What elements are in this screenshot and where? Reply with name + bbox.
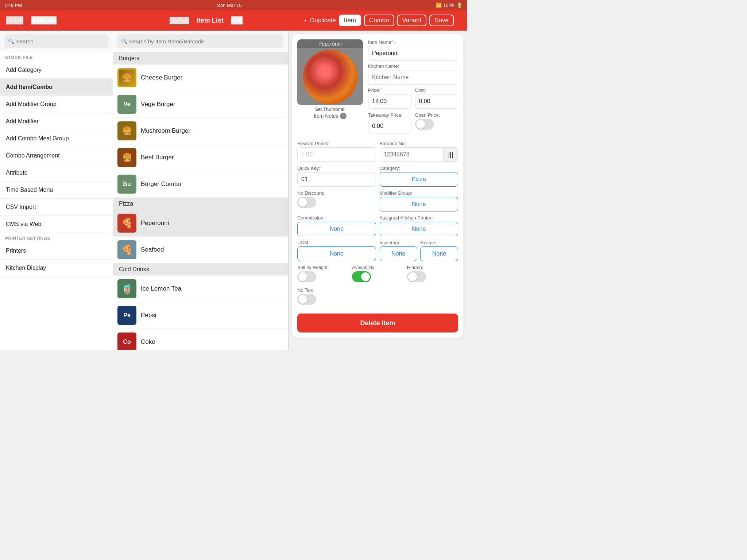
sidebar-item-printers[interactable]: Printers	[0, 242, 113, 260]
barcode-field-group: Barcode No: |||	[380, 141, 458, 162]
commission-button[interactable]: None	[297, 222, 376, 236]
settings-button[interactable]: Settings	[31, 16, 57, 25]
item-notes-row: Item Notes i	[314, 113, 347, 119]
price-cost-row: Price: Cost:	[368, 88, 458, 109]
save-button[interactable]: Save	[429, 15, 454, 26]
printer-settings-label: PRINTER SETTINGS	[0, 233, 113, 242]
list-item-cheese-burger[interactable]: 🍔 Cheese Burger	[113, 65, 288, 91]
list-item-seafood[interactable]: 🍕 Seafood	[113, 237, 288, 263]
availability-toggle[interactable]	[352, 271, 371, 282]
sidebar-item-add-item-combo[interactable]: Add Item/Combo	[0, 79, 113, 96]
cost-input[interactable]	[415, 94, 458, 109]
sidebar-item-add-combo-meal-group[interactable]: Add Combo Meal Group	[0, 130, 113, 147]
item-name-field-group: Item Name* :	[368, 39, 458, 61]
sidebar-item-add-modifier-group[interactable]: Add Modifier Group	[0, 96, 113, 113]
barcode-scan-button[interactable]: |||	[444, 147, 458, 162]
open-price-toggle[interactable]	[415, 119, 434, 130]
quick-key-input[interactable]	[297, 172, 376, 187]
inventory-button[interactable]: None	[380, 246, 418, 261]
commission-label: Commission:	[297, 215, 376, 221]
price-input[interactable]	[368, 94, 411, 109]
takeaway-price-field-group: Takeaway Price:	[368, 112, 411, 133]
detail-form-right: Item Name* : Kitchen Name: Price: Cost:	[368, 39, 458, 137]
list-item-ice-lemon-tea[interactable]: 🧋 Ice Lemon Tea	[113, 276, 288, 302]
category-button[interactable]: Pizza	[380, 172, 458, 187]
sidebar-item-kitchen-display[interactable]: Kitchen Display	[0, 260, 113, 277]
takeaway-price-input[interactable]	[368, 119, 411, 133]
status-date: Mon Mar 16	[216, 3, 241, 8]
item-name-input[interactable]	[368, 46, 458, 61]
list-item-beef-burger[interactable]: 🍔 Beef Burger	[113, 144, 288, 171]
sidebar-item-add-modifier[interactable]: Add Modifier	[0, 113, 113, 130]
barcode-input[interactable]	[380, 147, 444, 162]
item-list-search-input[interactable]	[117, 34, 283, 48]
add-button[interactable]: +	[303, 17, 307, 24]
modifier-group-label: Modifier Group:	[380, 190, 458, 196]
hidden-toggle[interactable]	[407, 271, 426, 282]
kitchen-name-input[interactable]	[368, 70, 458, 85]
kitchen-printer-button[interactable]: None	[380, 222, 458, 236]
inventory-field-group: Inventory: None	[380, 240, 418, 261]
sidebar-item-time-based-menu[interactable]: Time Based Menu	[0, 182, 113, 199]
list-title: Item List	[197, 17, 224, 24]
list-item-vege-burger[interactable]: Ve Vege Burger	[113, 91, 288, 118]
no-tax-row: No Tax:	[297, 287, 458, 306]
item-name-beef-burger: Beef Burger	[141, 154, 174, 161]
price-field-group: Price:	[368, 88, 411, 109]
item-thumb-mushroom-burger: 🍔	[117, 121, 136, 140]
list-item-pepsi[interactable]: Pe Pepsi	[113, 302, 288, 329]
item-list-search-bar: 🔍	[113, 31, 288, 52]
item-thumb-beef-burger: 🍔	[117, 148, 136, 167]
inventory-recipe-group: Inventory: None Recipe: None	[380, 240, 458, 261]
hidden-label: Hidden:	[407, 265, 458, 270]
battery-icon: 🔋	[457, 3, 462, 8]
item-tab-button[interactable]: Item	[339, 15, 361, 26]
edit-button[interactable]: Edit	[231, 16, 243, 25]
sidebar-search-input[interactable]	[4, 34, 108, 48]
no-tax-toggle[interactable]	[297, 294, 316, 305]
barcode-row: |||	[380, 147, 458, 162]
item-notes-info-icon[interactable]: i	[340, 113, 347, 119]
open-price-field-group: Open Price:	[415, 112, 458, 133]
uom-button[interactable]: None	[297, 246, 376, 261]
sort-by-button[interactable]: Sort by	[169, 16, 189, 24]
reward-points-input[interactable]	[297, 147, 376, 162]
sidebar-item-add-category[interactable]: Add Category	[0, 62, 113, 79]
reward-barcode-row: Reward Points: Barcode No: |||	[297, 141, 458, 162]
sidebar-item-attribute[interactable]: Attribute	[0, 164, 113, 182]
item-name-mushroom-burger: Mushroom Burger	[141, 127, 190, 135]
item-list-panel: 🔍 Burgers 🍔 Cheese Burger Ve Vege Burger…	[113, 31, 288, 350]
sell-availability-hidden-row: Sell by Weight: Availability: Hidden:	[297, 265, 458, 284]
list-item-coke[interactable]: Co Coke	[113, 329, 288, 350]
kitchen-name-label: Kitchen Name:	[368, 63, 458, 69]
recipe-button[interactable]: None	[420, 246, 458, 261]
no-tax-field-group: No Tax:	[297, 287, 376, 306]
sidebar-item-combo-arrangement[interactable]: Combo Arrangement	[0, 147, 113, 164]
list-item-peperonni[interactable]: 🍕 Peperonni	[113, 210, 288, 237]
no-discount-toggle[interactable]	[297, 197, 316, 208]
delete-item-button[interactable]: Delete Item	[297, 314, 458, 332]
recipe-label: Recipe:	[420, 240, 458, 245]
variant-tab-button[interactable]: Variant	[397, 15, 427, 26]
sidebar-search-wrapper: 🔍	[4, 34, 108, 48]
sidebar-item-csv-import[interactable]: CSV Import	[0, 199, 113, 216]
item-thumb-cheese-burger: 🍔	[117, 68, 136, 87]
uom-inventory-recipe-row: UOM: None Inventory: None Recipe: None	[297, 240, 458, 261]
modifier-group-button[interactable]: None	[380, 197, 458, 211]
price-label: Price:	[368, 88, 411, 93]
quick-key-field-group: Quick Key:	[297, 166, 376, 187]
sidebar-item-cms-via-web[interactable]: CMS via Web	[0, 216, 113, 233]
cost-field-group: Cost:	[415, 88, 458, 109]
list-item-burger-combo[interactable]: Bu Burger Combo	[113, 171, 288, 198]
sidebar: 🔍 STOCK FILE Add Category Add Item/Combo…	[0, 31, 113, 350]
set-thumbnail-label: Set Thumbnail	[315, 106, 345, 112]
list-item-mushroom-burger[interactable]: 🍔 Mushroom Burger	[113, 118, 288, 144]
combo-tab-button[interactable]: Combo	[364, 15, 394, 26]
sell-by-weight-toggle[interactable]	[297, 271, 316, 282]
item-notes-label: Item Notes	[314, 113, 338, 119]
duplicate-button[interactable]: Duplicate	[310, 17, 336, 24]
home-button[interactable]: Home	[6, 16, 24, 25]
item-name-burger-combo: Burger Combo	[141, 180, 181, 188]
item-name-peperonni: Peperonni	[141, 219, 169, 227]
status-bar: 1:49 PM Mon Mar 16 📶 100% 🔋	[0, 0, 467, 10]
